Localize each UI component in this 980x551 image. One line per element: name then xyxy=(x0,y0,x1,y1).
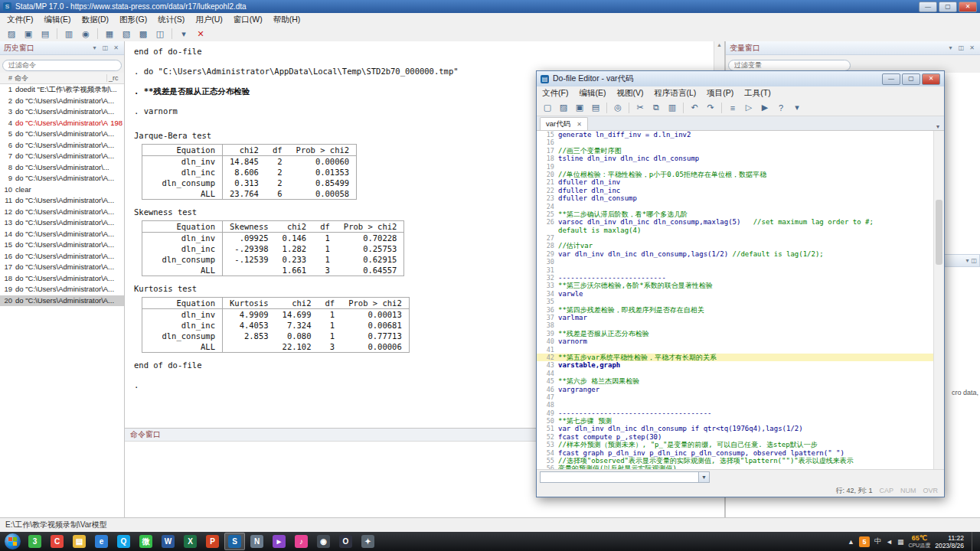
editor-line[interactable]: 50**第七步骤 预测 xyxy=(537,417,944,425)
editor-titlebar[interactable]: ▤ Do-file Editor - var代码 — ▢ ✕ xyxy=(537,71,944,86)
taskbar-player-icon[interactable]: ► xyxy=(269,533,289,550)
input-method-indicator[interactable]: 中 xyxy=(874,536,881,546)
editor-line[interactable]: 25**第二步确认滞后阶数，看*哪个多选几阶 xyxy=(537,210,944,218)
history-item[interactable]: 15do "C:\Users\Administrator\A... xyxy=(0,240,124,251)
editor-line[interactable]: 43varstable,graph xyxy=(537,361,944,369)
editor-line[interactable]: 27 xyxy=(537,234,944,242)
editor-line[interactable]: 44 xyxy=(537,370,944,377)
editor-line[interactable]: 17//画三个变量时序图 xyxy=(537,147,944,155)
network-icon[interactable]: ▦ xyxy=(897,538,904,546)
history-item[interactable]: 11do "C:\Users\Administrator\A... xyxy=(0,195,124,207)
graph-icon[interactable]: ▦ xyxy=(102,27,117,41)
taskbar-clock[interactable]: 11:22 2023/8/26 xyxy=(935,534,964,549)
menu-item[interactable]: 编辑(E) xyxy=(38,14,76,26)
menu-item[interactable]: 图形(G) xyxy=(114,14,152,26)
editor-scrollbar-thumb[interactable] xyxy=(936,200,942,265)
print-icon[interactable]: ▤ xyxy=(588,101,603,115)
hidden-icons-arrow-icon[interactable]: ▲ xyxy=(848,538,854,546)
editor-line[interactable]: 30 xyxy=(537,258,944,266)
variables-filter-input[interactable] xyxy=(728,60,851,71)
editor-line[interactable]: 40varnorm xyxy=(537,337,944,345)
menu-item[interactable]: 文件(F) xyxy=(2,14,38,26)
editor-line[interactable]: 32-------------------------- xyxy=(537,274,944,282)
open-icon[interactable]: ▨ xyxy=(4,27,19,41)
speed-badge-icon[interactable]: 5 xyxy=(859,536,870,547)
menu-item[interactable]: 窗口(W) xyxy=(228,14,268,26)
undo-icon[interactable]: ↶ xyxy=(687,101,702,115)
copy-icon[interactable]: ⧉ xyxy=(648,101,664,115)
history-item[interactable]: 14do "C:\Users\Administrator\A... xyxy=(0,229,124,240)
pin-icon[interactable]: ◫ xyxy=(971,257,977,264)
editor-line[interactable]: 45**第六步 格兰杰因果检验 xyxy=(537,377,944,385)
help-icon[interactable]: ? xyxy=(773,101,789,115)
editor-close-button[interactable]: ✕ xyxy=(922,73,940,85)
menu-item[interactable]: 用户(U) xyxy=(190,14,228,26)
history-item[interactable]: 4do "C:\Users\Administrator\A...198 xyxy=(0,118,124,129)
editor-menu-item[interactable]: 项目(P) xyxy=(701,87,739,99)
volume-icon[interactable]: ◄ xyxy=(886,538,893,546)
editor-line[interactable]: 24 xyxy=(537,203,944,210)
editor-line[interactable]: 29var dln_inv dln_inc dln_consump,lags(1… xyxy=(537,250,944,258)
taskbar-recorder-icon[interactable]: ◉ xyxy=(313,533,334,550)
editor-line[interactable]: 52fcast compute p_,step(30) xyxy=(537,433,944,441)
history-item[interactable]: 6do "C:\Users\Administrator\A... xyxy=(0,140,124,152)
taskbar-browser-360-icon[interactable]: 3 xyxy=(24,533,45,550)
new-icon[interactable]: ▢ xyxy=(540,101,555,115)
history-item[interactable]: 8 do "C:\Users\Administrator\... xyxy=(0,162,124,174)
history-item[interactable]: 5do "C:\Users\Administrator\A... xyxy=(0,129,124,140)
history-item[interactable]: 19do "C:\Users\Administrator\A... xyxy=(0,284,124,295)
viewer-icon[interactable]: ◉ xyxy=(78,27,93,41)
editor-line[interactable]: 28//估计var xyxy=(537,242,944,249)
history-item[interactable]: 3do "C:\Users\Administrator\A... xyxy=(0,106,124,118)
history-item[interactable]: 9do "C:\Users\Administrator\A... xyxy=(0,173,124,184)
menu-item[interactable]: 帮助(H) xyxy=(268,14,306,26)
editor-line[interactable]: 38 xyxy=(537,321,944,329)
editor-line[interactable]: 39**残差是否服从正态分布检验 xyxy=(537,330,944,337)
editor-line[interactable]: 22dfuller dln_inc xyxy=(537,187,944,194)
history-item[interactable]: 10clear xyxy=(0,184,124,196)
editor-maximize-button[interactable]: ▢ xyxy=(902,73,920,85)
taskbar-notepad-icon[interactable]: N xyxy=(247,533,267,550)
filter-icon[interactable]: ▾ xyxy=(946,44,955,51)
menu-item[interactable]: 数据(D) xyxy=(76,14,114,26)
editor-line[interactable]: 55//选择项"observed"表示显示变量的实际观测值, 选择项"lpatt… xyxy=(537,457,944,465)
editor-line[interactable]: 19 xyxy=(537,163,944,171)
open-icon[interactable]: ▨ xyxy=(556,101,571,115)
history-item[interactable]: 12do "C:\Users\Administrator\A... xyxy=(0,207,124,218)
taskbar-explorer-icon[interactable]: ▤ xyxy=(69,533,90,550)
save-icon[interactable]: ▣ xyxy=(21,27,36,41)
chevron-down-icon[interactable]: ▼ xyxy=(698,472,709,482)
editor-line[interactable]: 16 xyxy=(537,139,944,146)
editor-line[interactable]: default is maxlag(4) xyxy=(537,227,944,234)
paste-icon[interactable]: ▥ xyxy=(665,101,680,115)
editor-line[interactable]: 26varsoc dln_inv dln_inc dln_consump,max… xyxy=(537,218,944,226)
close-icon[interactable]: ✕ xyxy=(112,44,120,51)
redo-icon[interactable]: ↷ xyxy=(703,101,718,115)
tab-list-dropdown-icon[interactable]: ▾ xyxy=(932,123,944,130)
editor-menu-item[interactable]: 程序语言(L) xyxy=(648,87,701,99)
pin-icon[interactable]: ◫ xyxy=(101,44,109,51)
taskbar-chrome-icon[interactable]: C xyxy=(47,533,67,550)
editor-menu-item[interactable]: 视图(V) xyxy=(611,87,648,99)
editor-line[interactable]: 48 xyxy=(537,401,944,409)
editor-line[interactable]: 51var dln_inv dln_inc dln_consump if qtr… xyxy=(537,425,944,432)
editor-line[interactable]: 15generate ln_diff_inv = d.ln_inv2 xyxy=(537,131,944,139)
tab-close-icon[interactable]: ✕ xyxy=(577,121,582,128)
editor-line[interactable]: 56变量的预测值(以反射显示实际观测值) xyxy=(537,465,944,469)
history-item[interactable]: 7do "C:\Users\Administrator\A... xyxy=(0,151,124,162)
editor-line[interactable]: 34varwle xyxy=(537,290,944,298)
editor-scrollbar[interactable] xyxy=(933,131,944,469)
do-editor-icon[interactable]: ▧ xyxy=(119,27,134,41)
editor-line[interactable]: 35 xyxy=(537,298,944,305)
close-icon[interactable]: ✕ xyxy=(968,44,976,51)
editor-navigation-combobox[interactable]: ▼ xyxy=(540,471,710,483)
cut-icon[interactable]: ✂ xyxy=(632,101,648,115)
editor-line[interactable]: 33**第三步沃尔德检验,各阶*系数的联合显著性检验 xyxy=(537,282,944,289)
taskbar-powerpoint-icon[interactable]: P xyxy=(202,533,223,550)
close-button[interactable]: ✕ xyxy=(959,2,977,12)
print-icon[interactable]: ▤ xyxy=(38,27,53,41)
history-item[interactable]: 13do "C:\Users\Administrator\A... xyxy=(0,217,124,229)
tab-var-code[interactable]: var代码 ✕ xyxy=(540,117,588,130)
history-item[interactable]: 17do "C:\Users\Administrator\A... xyxy=(0,262,124,273)
data-browser-icon[interactable]: ◫ xyxy=(152,27,168,41)
